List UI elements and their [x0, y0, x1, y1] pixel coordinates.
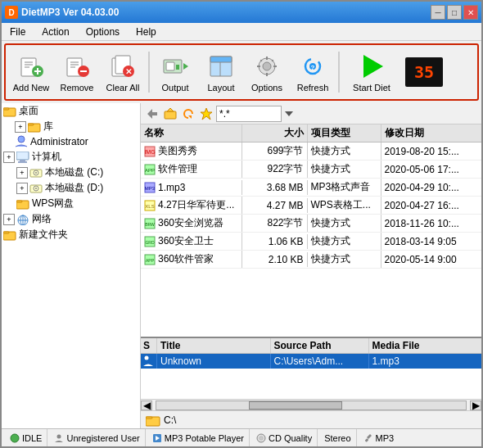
status-format-label: MP3: [376, 433, 395, 443]
sidebar-label-computer: 计算机: [32, 150, 61, 164]
file-date-3: 2020-04-27 16:...: [381, 198, 482, 213]
up-button[interactable]: [162, 106, 178, 122]
remove-button[interactable]: Remove: [55, 48, 99, 97]
svg-point-78: [145, 356, 149, 360]
file-type-1: 快捷方式: [308, 161, 381, 178]
layout-button[interactable]: Layout: [199, 48, 243, 97]
options-button[interactable]: Options: [245, 48, 289, 97]
file-type-6: 快捷方式: [308, 251, 381, 268]
maximize-button[interactable]: □: [447, 5, 462, 20]
menu-help[interactable]: Help: [131, 25, 161, 39]
sidebar-label-administrator: Administrator: [30, 136, 88, 147]
file-type-5: 快捷方式: [308, 233, 381, 250]
file-row[interactable]: APP 软件管理 922字节 快捷方式 2020-05-06 17:...: [141, 161, 481, 179]
file-type-4: 快捷方式: [308, 215, 381, 232]
horizontal-scrollbar-track[interactable]: [156, 400, 467, 410]
file-row[interactable]: BRW 360安全浏览器 822字节 快捷方式 2018-11-26 10:..…: [141, 215, 481, 233]
sidebar-label-drive-c: 本地磁盘 (C:): [45, 165, 103, 179]
menu-action[interactable]: Action: [37, 25, 74, 39]
minimize-button[interactable]: ─: [431, 5, 445, 20]
user-icon: [54, 433, 64, 443]
svg-text:XLS: XLS: [145, 204, 154, 209]
options-icon: [252, 52, 282, 81]
options-label: Options: [251, 83, 282, 93]
status-player-label: MP3 Potable Player: [165, 433, 244, 443]
expand-drive-c[interactable]: +: [16, 167, 28, 179]
svg-point-82: [57, 434, 61, 438]
col-header-date[interactable]: 修改日期: [381, 124, 482, 142]
file-name-3: 4.27日华军待更...: [158, 198, 234, 212]
svg-rect-88: [364, 438, 368, 442]
status-user-label: Unregistered User: [66, 433, 139, 443]
scroll-left-button[interactable]: ◀: [141, 400, 152, 410]
playlist-row-title: Unknown: [157, 354, 271, 369]
expand-network[interactable]: +: [3, 214, 15, 225]
file-name-2: 1.mp3: [158, 182, 185, 193]
col-header-name[interactable]: 名称: [141, 124, 242, 142]
file-type-0: 快捷方式: [308, 143, 381, 160]
file-filter-input[interactable]: [216, 106, 282, 122]
scroll-right-button[interactable]: ▶: [470, 400, 481, 410]
file-size-0: 699字节: [242, 143, 308, 160]
svg-rect-51: [16, 201, 22, 202]
menu-file[interactable]: File: [5, 25, 30, 39]
current-path: C:\: [164, 414, 176, 426]
sidebar: 桌面 + 库 Administrator +: [2, 103, 141, 428]
svg-marker-20: [183, 63, 188, 70]
back-button[interactable]: [144, 106, 160, 122]
refresh-button[interactable]: ? Refresh: [291, 48, 335, 97]
svg-text:MP3: MP3: [145, 186, 156, 191]
file-row[interactable]: GRD 360安全卫士 1.06 KB 快捷方式 2018-03-14 9:05: [141, 233, 481, 251]
playlist-row[interactable]: Unknown C:\Users\Adm... 1.mp3: [141, 354, 481, 369]
file-date-5: 2018-03-14 9:05: [381, 234, 482, 249]
sidebar-label-library: 库: [43, 120, 53, 133]
filter-dropdown[interactable]: [283, 106, 295, 122]
sidebar-item-library[interactable]: + 库: [2, 119, 140, 134]
toolbar: Add New Remove: [4, 43, 479, 101]
svg-point-25: [263, 62, 271, 70]
col-header-type[interactable]: 项目类型: [308, 124, 381, 142]
svg-rect-37: [3, 108, 9, 110]
file-name-0: 美图秀秀: [158, 144, 197, 158]
svg-rect-42: [20, 160, 25, 161]
path-folder-icon: [146, 414, 160, 427]
sidebar-item-new-folder[interactable]: 新建文件夹: [2, 227, 140, 242]
status-bar: IDLE Unregistered User MP3 Potable Playe…: [2, 428, 481, 446]
sidebar-item-administrator[interactable]: Administrator: [2, 134, 140, 149]
sidebar-item-network[interactable]: + 网络: [2, 211, 140, 227]
file-row[interactable]: MP3 1.mp3 3.68 MB MP3格式声音 2020-04-29 10:…: [141, 179, 481, 197]
remove-icon: [62, 52, 92, 81]
file-list: 名称 大小 项目类型 修改日期 IMG 美图秀秀 699字节 快捷方式 2019…: [141, 124, 481, 337]
file-size-6: 2.10 KB: [242, 252, 308, 267]
window-title: DietMP3 Ver 04.03.00: [21, 7, 431, 18]
close-button[interactable]: ✕: [463, 5, 478, 20]
clear-all-button[interactable]: ✕ Clear All: [101, 48, 145, 97]
start-diet-button[interactable]: Start Diet: [343, 48, 400, 97]
status-player: MP3 Potable Player: [147, 429, 250, 446]
output-button[interactable]: Output: [153, 48, 197, 97]
expand-computer[interactable]: +: [3, 152, 15, 163]
sidebar-item-drive-c[interactable]: + 本地磁盘 (C:): [2, 165, 140, 180]
path-bar: C:\: [141, 410, 481, 428]
sidebar-item-computer[interactable]: + 计算机: [2, 149, 140, 165]
add-new-button[interactable]: Add New: [9, 48, 53, 97]
menu-bar: File Action Options Help: [2, 23, 481, 41]
favorite-button[interactable]: [198, 106, 214, 122]
refresh-files-button[interactable]: [180, 106, 196, 122]
expand-drive-d[interactable]: +: [16, 183, 28, 194]
svg-text:?: ?: [311, 64, 315, 71]
horizontal-scrollbar-thumb[interactable]: [249, 401, 341, 410]
sidebar-item-desktop[interactable]: 桌面: [2, 103, 140, 119]
toolbar-separator-2: [338, 52, 340, 93]
expand-library[interactable]: +: [15, 121, 26, 133]
menu-options[interactable]: Options: [81, 25, 124, 39]
col-header-size[interactable]: 大小: [242, 124, 308, 142]
sidebar-item-wps-network[interactable]: WPS网盘: [2, 196, 140, 211]
file-row[interactable]: IMG 美图秀秀 699字节 快捷方式 2019-08-20 15:...: [141, 143, 481, 161]
sidebar-item-drive-d[interactable]: + 本地磁盘 (D:): [2, 180, 140, 196]
file-row[interactable]: XLS 4.27日华军待更... 4.27 MB WPS表格工... 2020-…: [141, 197, 481, 215]
svg-rect-39: [28, 124, 34, 125]
file-row[interactable]: APP 360软件管家 2.10 KB 快捷方式 2020-05-14 9:00: [141, 251, 481, 269]
add-new-icon: [16, 52, 46, 81]
app-icon: D: [5, 6, 18, 19]
